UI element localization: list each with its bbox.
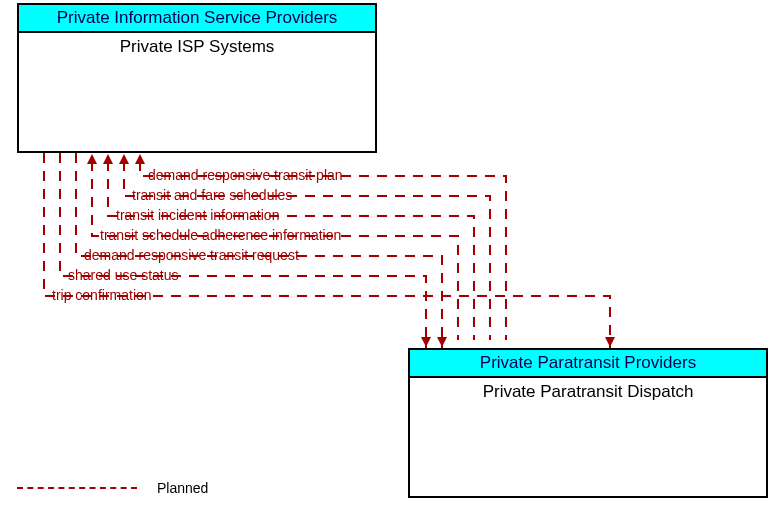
- entity-body-right: Private Paratransit Dispatch: [410, 378, 766, 406]
- entity-box-right: Private Paratransit Providers Private Pa…: [408, 348, 768, 498]
- legend: Planned: [17, 480, 208, 496]
- entity-box-left: Private Information Service Providers Pr…: [17, 3, 377, 153]
- entity-header-left: Private Information Service Providers: [19, 5, 375, 33]
- flow-label-2: transit incident information: [116, 207, 279, 223]
- flow-label-0: demand responsive transit plan: [148, 167, 343, 183]
- flow-label-4: demand responsive transit request: [84, 247, 299, 263]
- flow-label-5: shared use status: [68, 267, 179, 283]
- legend-label-planned: Planned: [157, 480, 208, 496]
- entity-header-right: Private Paratransit Providers: [410, 350, 766, 378]
- flow-label-6: trip confirmation: [52, 287, 152, 303]
- flow-label-1: transit and fare schedules: [132, 187, 292, 203]
- entity-body-left: Private ISP Systems: [19, 33, 375, 61]
- legend-line-planned: [17, 487, 137, 489]
- flow-label-3: transit schedule adherence information: [100, 227, 341, 243]
